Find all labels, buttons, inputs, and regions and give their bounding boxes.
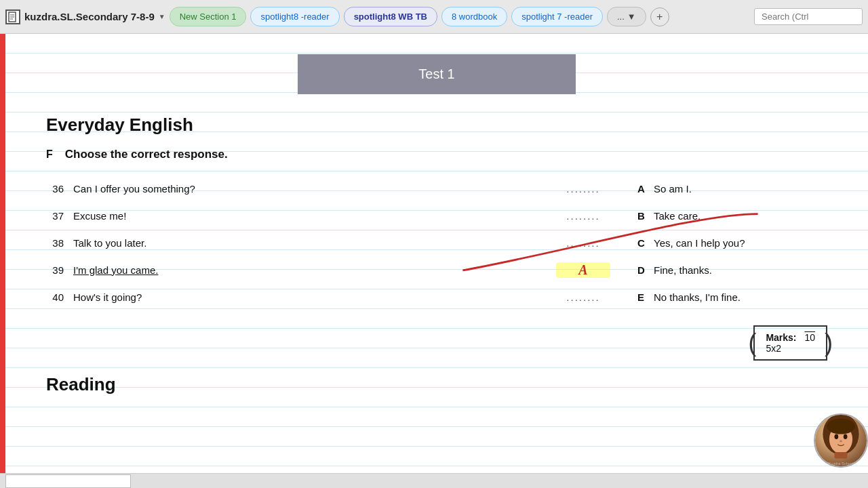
search-input[interactable] xyxy=(754,8,863,25)
left-accent xyxy=(0,34,5,473)
question-row: 37 Excuse me! ........ xyxy=(46,203,610,228)
questions-list: 36 Can I offer you something? ........ 3… xyxy=(46,176,610,312)
questions-answers-area: 36 Can I offer you something? ........ 3… xyxy=(46,176,827,312)
answers-list: A So am I. B Take care. C Yes, can I hel… xyxy=(610,176,827,312)
a-letter: C xyxy=(637,237,654,249)
question-row: 40 How's it going? ........ xyxy=(46,285,610,309)
q-dots: ........ xyxy=(556,183,610,195)
a-text: Fine, thanks. xyxy=(654,264,712,276)
q-number: 39 xyxy=(46,264,73,276)
answer-row: D Fine, thanks. xyxy=(637,258,827,282)
more-label: ... xyxy=(617,12,625,22)
answer-row: A So am I. xyxy=(637,176,827,201)
q-text: Excuse me! xyxy=(73,210,556,222)
main-area: Test 1 Everyday English F Choose the cor… xyxy=(0,34,868,473)
test-header-container: Test 1 xyxy=(46,54,827,94)
svg-point-9 xyxy=(827,419,855,434)
question-row: 39 I'm glad you came. A xyxy=(46,258,610,282)
q-text: How's it going? xyxy=(73,291,556,303)
q-number: 40 xyxy=(46,291,73,303)
q-text: I'm glad you came. xyxy=(73,264,556,276)
q-number: 37 xyxy=(46,210,73,222)
a-text: No thanks, I'm fine. xyxy=(654,291,741,303)
answer-row: C Yes, can I help you? xyxy=(637,230,827,255)
answer-row: E No thanks, I'm fine. xyxy=(637,285,827,309)
content-area: Test 1 Everyday English F Choose the cor… xyxy=(5,34,868,473)
bottom-bar xyxy=(0,473,868,488)
instruction-row: F Choose the correct response. xyxy=(46,148,827,161)
tab-8wordbook[interactable]: 8 wordbook xyxy=(441,7,507,26)
a-text: Yes, can I help you? xyxy=(654,237,745,249)
top-bar: kuzdra.SL.Secondary 7-8-9 ▼ New Section … xyxy=(0,0,868,34)
section-title: Everyday English xyxy=(46,115,827,136)
a-letter: D xyxy=(637,264,654,276)
question-row: 36 Can I offer you something? ........ xyxy=(46,176,610,201)
q-dots: ........ xyxy=(556,291,610,303)
svg-rect-10 xyxy=(835,452,848,459)
a-text: So am I. xyxy=(654,183,692,195)
bottom-text xyxy=(5,474,131,488)
a-letter: A xyxy=(637,183,654,195)
q-answer-mark: A xyxy=(556,262,610,278)
reading-title: Reading xyxy=(46,374,827,395)
q-text: Talk to you later. xyxy=(73,237,556,249)
marks-box: Marks: 10 5x2 xyxy=(753,325,827,361)
a-letter: E xyxy=(637,291,654,303)
q-text: Can I offer you something? xyxy=(73,183,556,195)
tab-new-section[interactable]: New Section 1 xyxy=(170,7,247,26)
a-letter: B xyxy=(637,210,654,222)
instruction-text: Choose the correct response. xyxy=(65,148,228,161)
avatar: Kuzdra School xyxy=(814,413,868,468)
q-number: 38 xyxy=(46,237,73,249)
marks-container: Marks: 10 5x2 xyxy=(46,325,827,361)
more-dropdown-icon: ▼ xyxy=(627,12,636,22)
test-header: Test 1 xyxy=(298,54,576,94)
q-number: 36 xyxy=(46,183,73,195)
instruction-letter: F xyxy=(46,148,53,161)
dropdown-arrow-icon[interactable]: ▼ xyxy=(159,13,165,20)
svg-point-8 xyxy=(840,441,842,443)
marks-label: Marks: xyxy=(766,332,796,343)
avatar-image: Kuzdra School xyxy=(815,415,867,466)
tab-spotlight7-reader[interactable]: spotlight 7 -reader xyxy=(511,7,603,26)
doc-title: kuzdra.SL.Secondary 7-8-9 xyxy=(24,11,155,22)
q-dots: ........ xyxy=(556,237,610,249)
svg-point-7 xyxy=(844,434,848,440)
svg-point-6 xyxy=(835,434,839,440)
add-tab-button[interactable]: + xyxy=(650,7,669,26)
doc-icon xyxy=(5,9,20,24)
q-dots: ........ xyxy=(556,210,610,222)
tab-spotlight8-reader[interactable]: spotlight8 -reader xyxy=(250,7,339,26)
tab-more[interactable]: ... ▼ xyxy=(607,7,646,26)
a-text: Take care. xyxy=(654,210,701,222)
answer-row: B Take care. xyxy=(637,203,827,228)
tab-spotlight8-wb[interactable]: spotlight8 WB TB xyxy=(344,7,437,26)
marks-denom: 5x2 xyxy=(766,343,815,354)
marks-score: 10 xyxy=(804,332,815,343)
question-row: 38 Talk to you later. ........ xyxy=(46,230,610,255)
svg-text:Kuzdra School: Kuzdra School xyxy=(829,462,854,466)
